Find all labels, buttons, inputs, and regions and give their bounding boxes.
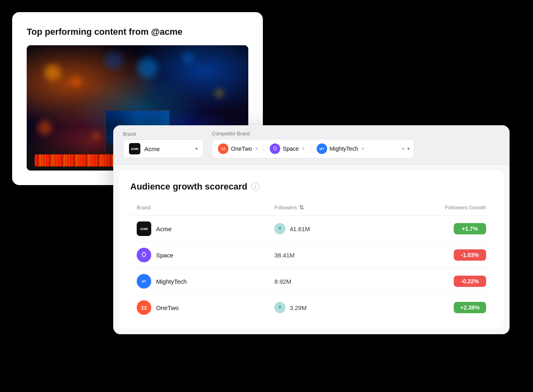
growth-cell-acme: +1.7% bbox=[376, 216, 493, 242]
followers-cell-space: 38.41M bbox=[268, 242, 376, 268]
table-row: ACME Acme 41.81M +1.7% bbox=[130, 216, 493, 242]
chip-divider-1 bbox=[264, 145, 264, 153]
bokeh-8 bbox=[104, 52, 123, 70]
selector-controls: × ▾ bbox=[402, 145, 410, 152]
brand-name-space: Space bbox=[156, 252, 173, 259]
chip-space: Space × bbox=[268, 143, 307, 155]
bokeh-2 bbox=[71, 77, 81, 87]
chevron-down-icon: ▾ bbox=[195, 146, 198, 152]
col-header-growth: Followers Growth bbox=[376, 201, 493, 216]
bokeh-3 bbox=[137, 58, 158, 78]
brand-dropdown-name: Acme bbox=[144, 145, 191, 152]
followers-value-onetwo: 3.29M bbox=[290, 304, 307, 311]
chip-divider-2 bbox=[311, 145, 311, 153]
svg-point-0 bbox=[279, 227, 281, 229]
acme-logo: ACME bbox=[137, 221, 151, 236]
mightytech-logo: MT bbox=[137, 274, 151, 289]
scorecard-table: Brand Followers ⇅ Followers Growth bbox=[130, 201, 493, 320]
bokeh-6 bbox=[38, 120, 52, 135]
onetwo-logo: 12 bbox=[137, 300, 151, 315]
competitor-selector[interactable]: 12 OneTwo × Space × MT MightyTech bbox=[212, 139, 414, 158]
chip-mightytech: MT MightyTech × bbox=[315, 143, 366, 155]
growth-badge-onetwo: +2.38% bbox=[454, 302, 486, 313]
space-logo-svg bbox=[272, 146, 278, 152]
competitor-group: Competitor Brand 12 OneTwo × Space × bbox=[212, 131, 414, 158]
info-icon[interactable]: i bbox=[252, 183, 260, 191]
col-header-followers: Followers ⇅ bbox=[268, 201, 376, 216]
bokeh-4 bbox=[182, 52, 194, 64]
growth-badge-acme: +1.7% bbox=[454, 223, 486, 234]
mightytech-chip-name: MightyTech bbox=[330, 145, 358, 152]
selector-clear-icon[interactable]: × bbox=[402, 145, 405, 152]
table-header-row: Brand Followers ⇅ Followers Growth bbox=[130, 201, 493, 216]
mightytech-chip-logo: MT bbox=[317, 143, 327, 154]
brand-name-acme: Acme bbox=[156, 226, 171, 232]
onetwo-remove-icon[interactable]: × bbox=[255, 146, 258, 152]
space-chip-name: Space bbox=[283, 145, 299, 152]
chip-onetwo: 12 OneTwo × bbox=[216, 143, 260, 155]
followers-cell-acme: 41.81M bbox=[268, 216, 376, 242]
space-logo bbox=[137, 248, 151, 262]
table-row: 12 OneTwo 3.29M +2.38% bbox=[130, 295, 493, 321]
bokeh-1 bbox=[44, 64, 61, 80]
scorecard-title: Audience growth scorecard bbox=[130, 181, 247, 192]
brand-dropdown[interactable]: ACME Acme ▾ bbox=[123, 139, 204, 158]
onetwo-chip-name: OneTwo bbox=[231, 145, 252, 152]
growth-cell-mightytech: -0.22% bbox=[376, 268, 493, 295]
onetwo-chip-logo: 12 bbox=[218, 143, 228, 154]
bokeh-5 bbox=[215, 89, 223, 97]
brand-cell-onetwo: 12 OneTwo bbox=[130, 295, 268, 321]
selector-chevron-icon[interactable]: ▾ bbox=[407, 146, 410, 152]
space-logo-icon bbox=[140, 251, 148, 259]
svg-point-1 bbox=[279, 306, 281, 308]
acme-logo-dropdown: ACME bbox=[129, 143, 140, 154]
brand-label: Brand bbox=[123, 131, 204, 137]
followers-cell-mightytech: 8.92M bbox=[268, 268, 376, 295]
followers-cell-onetwo: 3.29M bbox=[268, 295, 376, 321]
growth-cell-onetwo: +2.38% bbox=[376, 295, 493, 321]
scorecard-section: Audience growth scorecard i Brand Follow… bbox=[119, 170, 504, 329]
brand-name-mightytech: MightyTech bbox=[156, 278, 187, 285]
brand-group: Brand ACME Acme ▾ bbox=[123, 131, 204, 158]
scorecard-card: Brand ACME Acme ▾ Competitor Brand 12 On… bbox=[113, 125, 510, 334]
brand-name-onetwo: OneTwo bbox=[156, 304, 179, 311]
growth-cell-space: -1.03% bbox=[376, 242, 493, 268]
followers-icon-acme bbox=[274, 223, 286, 234]
space-remove-icon[interactable]: × bbox=[302, 146, 305, 152]
scorecard-header: Audience growth scorecard i bbox=[130, 181, 493, 192]
space-chip-logo bbox=[270, 143, 280, 154]
followers-value-mightytech: 8.92M bbox=[274, 278, 291, 285]
brand-cell-mightytech: MT MightyTech bbox=[130, 268, 268, 295]
growth-badge-mightytech: -0.22% bbox=[454, 276, 486, 287]
followers-value-acme: 41.81M bbox=[290, 226, 310, 232]
bulb-icon bbox=[277, 226, 283, 232]
mightytech-remove-icon[interactable]: × bbox=[362, 146, 364, 152]
table-row: Space 38.41M -1.03% bbox=[130, 242, 493, 268]
table-row: MT MightyTech 8.92M -0.22% bbox=[130, 268, 493, 295]
sort-icon[interactable]: ⇅ bbox=[299, 204, 304, 211]
top-content-title: Top performing content from @acme bbox=[27, 27, 248, 37]
followers-icon-onetwo bbox=[274, 302, 286, 313]
growth-badge-space: -1.03% bbox=[454, 249, 486, 261]
brand-cell-acme: ACME Acme bbox=[130, 216, 268, 242]
brand-cell-space: Space bbox=[130, 242, 268, 268]
bulb-icon-2 bbox=[277, 305, 283, 310]
card-bottom-spacer bbox=[113, 329, 510, 334]
competitor-label: Competitor Brand bbox=[212, 131, 414, 137]
brand-selector-row: Brand ACME Acme ▾ Competitor Brand 12 On… bbox=[113, 125, 510, 164]
col-header-brand: Brand bbox=[130, 201, 268, 216]
followers-value-space: 38.41M bbox=[274, 252, 294, 259]
